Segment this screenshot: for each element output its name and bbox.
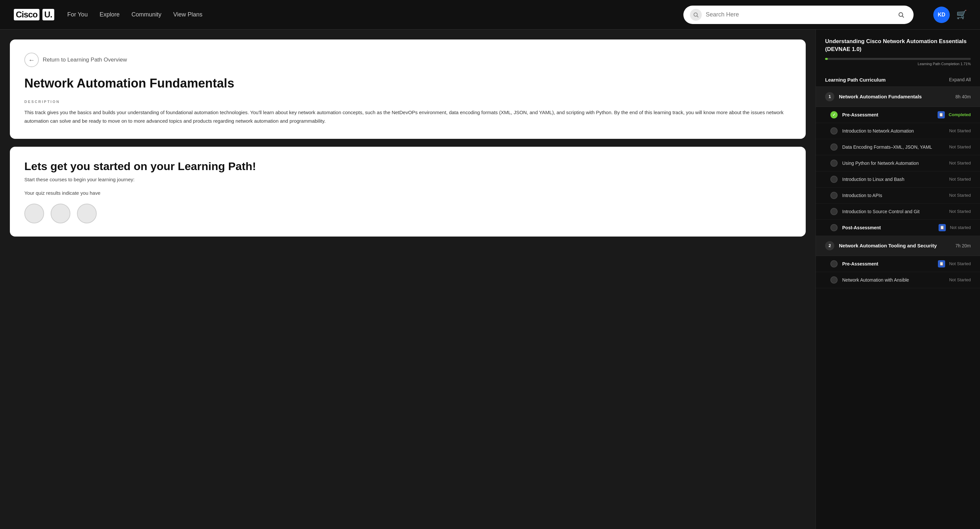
lesson-title-linux: Introduction to Linux and Bash <box>842 177 945 182</box>
search-bar[interactable] <box>683 6 913 24</box>
lesson-data-encoding[interactable]: Data Encoding Formats–XML, JSON, YAML No… <box>816 139 980 155</box>
lesson-python[interactable]: Using Python for Network Automation Not … <box>816 155 980 171</box>
getting-started-sub2: Your quiz results indicate you have <box>24 190 791 196</box>
getting-started-subtitle: Start these courses to begin your learni… <box>24 177 791 182</box>
lesson-status-data-encoding: Not Started <box>949 144 971 149</box>
back-button[interactable]: ← Return to Learning Path Overview <box>24 53 791 67</box>
curriculum-header: Learning Path Curriculum Expand All <box>816 71 980 87</box>
lesson-title-post-assessment: Post-Assessment <box>842 225 936 230</box>
nav-community[interactable]: Community <box>132 9 161 20</box>
lesson-title-python: Using Python for Network Automation <box>842 161 945 166</box>
course-circle-1[interactable] <box>24 204 44 223</box>
course-circles <box>24 204 791 223</box>
getting-started-card: Lets get you started on your Learning Pa… <box>10 147 806 237</box>
lesson-dot-empty-5 <box>830 192 838 199</box>
course-title: Network Automation Fundamentals <box>24 76 791 91</box>
main-content: ← Return to Learning Path Overview Netwo… <box>0 30 816 529</box>
nav-for-you[interactable]: For You <box>67 9 88 20</box>
lesson-pre-assessment-2[interactable]: Pre-Assessment 📋 Not Started <box>816 256 980 272</box>
lesson-ansible[interactable]: Network Automation with Ansible Not Star… <box>816 272 980 288</box>
description-text: This track gives you the basics and buil… <box>24 108 791 126</box>
lesson-dot-ansible <box>830 276 838 284</box>
section-2-row[interactable]: 2 Network Automation Tooling and Securit… <box>816 236 980 256</box>
lesson-dot-empty-4 <box>830 176 838 183</box>
avatar[interactable]: KD <box>933 6 950 23</box>
search-submit-icon[interactable] <box>895 9 907 21</box>
lesson-dot-pre-2 <box>830 260 838 268</box>
lesson-badge-icon: 📋 <box>937 111 945 118</box>
progress-label: Learning Path Completion 1.71% <box>825 62 971 66</box>
lesson-dot-empty-7 <box>830 224 838 231</box>
lesson-pre-assessment[interactable]: Pre-Assessment 📋 Completed <box>816 107 980 123</box>
back-label: Return to Learning Path Overview <box>43 57 127 63</box>
navigation: For You Explore Community View Plans <box>67 9 202 20</box>
logo-badge: U. <box>43 9 54 21</box>
section-2-number: 2 <box>825 241 834 250</box>
lesson-linux[interactable]: Introduction to Linux and Bash Not Start… <box>816 171 980 188</box>
lesson-title-pre-assessment: Pre-Assessment <box>842 112 935 118</box>
lesson-title-pre-2: Pre-Assessment <box>842 261 935 266</box>
lesson-badge-post: 📋 <box>939 224 946 231</box>
lesson-status-apis: Not Started <box>949 193 971 198</box>
progress-bar <box>825 58 971 60</box>
lesson-dot-empty <box>830 127 838 135</box>
description-label: DESCRIPTION <box>24 100 791 104</box>
course-circle-2[interactable] <box>51 204 70 223</box>
lesson-status-linux: Not Started <box>949 177 971 182</box>
lesson-status-ansible: Not Started <box>949 277 971 282</box>
section-1-number: 1 <box>825 92 834 101</box>
search-input[interactable] <box>706 11 891 18</box>
section-1-title: Network Automation Fundamentals <box>839 94 955 99</box>
section-2-time: 7h 20m <box>955 243 971 249</box>
search-icon <box>690 9 702 21</box>
lesson-git[interactable]: Introduction to Source Control and Git N… <box>816 204 980 220</box>
sidebar-path-title: Understanding Cisco Network Automation E… <box>825 38 971 53</box>
svg-line-1 <box>697 16 698 17</box>
sidebar-header: Understanding Cisco Network Automation E… <box>816 30 980 71</box>
lesson-title-ansible: Network Automation with Ansible <box>842 277 945 283</box>
nav-explore[interactable]: Explore <box>100 9 120 20</box>
svg-point-0 <box>694 13 697 16</box>
lesson-dot-empty-6 <box>830 208 838 215</box>
logo-text: Cisco <box>14 9 40 21</box>
lesson-status-post: Not started <box>950 225 971 230</box>
nav-view-plans[interactable]: View Plans <box>173 9 202 20</box>
lesson-title-apis: Introduction to APIs <box>842 193 945 198</box>
svg-point-2 <box>899 13 903 16</box>
cart-icon[interactable]: 🛒 <box>956 10 967 20</box>
svg-line-3 <box>902 16 904 18</box>
section-1-time: 8h 40m <box>955 94 971 99</box>
page-layout: ← Return to Learning Path Overview Netwo… <box>0 30 980 529</box>
course-description-card: ← Return to Learning Path Overview Netwo… <box>10 40 806 139</box>
lesson-status-completed: Completed <box>949 112 971 117</box>
lesson-title-git: Introduction to Source Control and Git <box>842 209 945 214</box>
lesson-apis[interactable]: Introduction to APIs Not Started <box>816 188 980 204</box>
logo[interactable]: Cisco U. <box>13 9 54 21</box>
header: Cisco U. For You Explore Community View … <box>0 0 980 30</box>
lesson-dot-empty-2 <box>830 143 838 151</box>
section-2-title: Network Automation Tooling and Security <box>839 243 955 249</box>
lesson-status-python: Not Started <box>949 161 971 166</box>
lesson-status-git: Not Started <box>949 209 971 214</box>
course-circle-3[interactable] <box>77 204 97 223</box>
lesson-badge-pre-2: 📋 <box>938 260 945 268</box>
sidebar: Understanding Cisco Network Automation E… <box>816 30 980 529</box>
lesson-title-intro-network: Introduction to Network Automation <box>842 128 945 134</box>
lesson-title-data-encoding: Data Encoding Formats–XML, JSON, YAML <box>842 144 945 150</box>
back-icon: ← <box>24 53 39 67</box>
lesson-status-not-started: Not Started <box>949 128 971 133</box>
lesson-post-assessment[interactable]: Post-Assessment 📋 Not started <box>816 220 980 236</box>
lesson-intro-network[interactable]: Introduction to Network Automation Not S… <box>816 123 980 139</box>
section-1-row[interactable]: 1 Network Automation Fundamentals 8h 40m <box>816 87 980 107</box>
curriculum-label: Learning Path Curriculum <box>825 77 886 83</box>
progress-bar-fill <box>825 58 828 60</box>
header-actions: KD 🛒 <box>933 6 967 23</box>
getting-started-title: Lets get you started on your Learning Pa… <box>24 160 791 173</box>
lesson-status-pre-2: Not Started <box>949 261 971 266</box>
expand-all-button[interactable]: Expand All <box>949 77 971 82</box>
lesson-dot-empty-3 <box>830 159 838 167</box>
lesson-dot-completed <box>830 111 838 118</box>
